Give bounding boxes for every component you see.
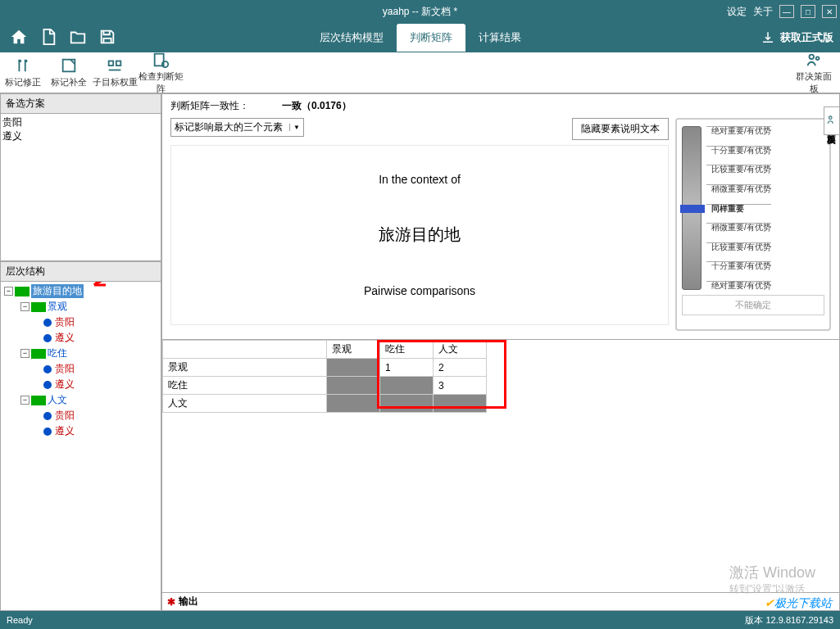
tree-criterion[interactable]: 人文: [48, 393, 67, 407]
influence-dropdown[interactable]: 标记影响最大的三个元素 ▼: [170, 118, 304, 137]
matrix-row-header: 人文: [163, 395, 327, 413]
matrix-cell[interactable]: 3: [434, 377, 487, 395]
tab-hierarchy-model[interactable]: 层次结构模型: [306, 24, 397, 52]
context-goal: 旅游目的地: [179, 224, 660, 246]
output-label: 输出: [179, 595, 198, 609]
pairwise-matrix: 景观 吃住 人文 景观 1 2 吃住 3: [162, 340, 815, 413]
get-formal-button[interactable]: 获取正式版: [761, 30, 840, 45]
tree-leaf[interactable]: 贵阳: [55, 362, 75, 376]
status-version: 版本 12.9.8167.29143: [745, 614, 833, 627]
output-bar[interactable]: ✱ 输出: [162, 592, 839, 610]
save-icon[interactable]: [98, 28, 116, 48]
matrix-cell[interactable]: 1: [380, 359, 434, 377]
group-decision-button[interactable]: 群决策面板: [794, 51, 840, 95]
tree-toggle-icon[interactable]: −: [20, 302, 30, 311]
alternative-item[interactable]: 遵义: [2, 129, 159, 143]
scale-label[interactable]: 绝对重要/有优势: [706, 281, 771, 290]
alternatives-panel-title: 备选方案: [0, 93, 161, 114]
scale-label[interactable]: 十分重要/有优势: [706, 146, 771, 155]
matrix-area: 景观 吃住 人文 景观 1 2 吃住 3: [162, 339, 839, 592]
hide-description-button[interactable]: 隐藏要素说明文本: [572, 118, 669, 140]
context-line1: In the context of: [179, 173, 660, 186]
uncertain-button[interactable]: 不能确定: [682, 295, 824, 315]
consistency-row: 判断矩阵一致性： 一致（0.0176）: [162, 94, 839, 118]
minimize-button[interactable]: —: [779, 5, 794, 18]
check-matrix-button[interactable]: 检查判断矩阵: [138, 51, 184, 95]
context-panel: In the context of 旅游目的地 Pairwise compari…: [170, 145, 669, 325]
tree-leaf[interactable]: 贵阳: [55, 409, 75, 423]
tree-leaf[interactable]: 遵义: [55, 378, 75, 391]
scale-slider[interactable]: [682, 126, 702, 290]
scale-label[interactable]: 绝对重要/有优势: [706, 126, 771, 135]
matrix-cell[interactable]: 2: [434, 359, 487, 377]
tree-leaf[interactable]: 遵义: [55, 331, 75, 345]
matrix-row-header: 吃住: [163, 377, 327, 395]
dot-icon: [43, 412, 52, 420]
tab-judgment-matrix[interactable]: 判断矩阵: [397, 24, 465, 52]
maximize-button[interactable]: □: [801, 5, 815, 18]
context-line2: Pairwise comparisons: [179, 284, 660, 297]
titlebar: yaahp -- 新文档 * 设定 关于 — □ ✕: [0, 0, 840, 23]
hierarchy-panel-title: 层次结构: [0, 261, 161, 282]
tree-leaf[interactable]: 贵阳: [55, 315, 75, 329]
tree-criterion[interactable]: 吃住: [48, 346, 67, 360]
tree-toggle-icon[interactable]: −: [4, 287, 13, 296]
matrix-corner: [163, 341, 327, 359]
statusbar: Ready 版本 12.9.8167.29143: [0, 611, 840, 629]
tree-criterion[interactable]: 景观: [48, 300, 67, 314]
menubar: 层次结构模型 判断矩阵 计算结果 获取正式版: [0, 23, 840, 52]
matrix-cell-diag: [380, 377, 434, 395]
tree-leaf[interactable]: 遵义: [55, 424, 75, 438]
dot-icon: [43, 334, 52, 342]
alternatives-list: 贵阳 遵义: [0, 114, 161, 261]
close-button[interactable]: ✕: [822, 5, 837, 18]
subgoal-weight-button[interactable]: 子目标权重: [92, 57, 138, 88]
side-tab-group-decision[interactable]: 群决策面板: [824, 106, 840, 135]
chevron-down-icon: ▼: [289, 124, 300, 131]
toolbar: 标记修正 标记补全 子目标权重 检查判断矩阵 群决策面板: [0, 52, 840, 93]
grid-icon: [31, 396, 46, 405]
mark-correct-button[interactable]: 标记修正: [0, 57, 46, 88]
new-file-icon[interactable]: [39, 28, 57, 48]
open-folder-icon[interactable]: [69, 28, 87, 48]
tree-toggle-icon[interactable]: −: [20, 349, 30, 358]
alternative-item[interactable]: 贵阳: [2, 115, 159, 129]
mark-complete-button[interactable]: 标记补全: [46, 57, 92, 88]
scale-label[interactable]: 稍微重要/有优势: [706, 223, 771, 232]
matrix-cell-diag: [434, 395, 487, 413]
svg-point-9: [829, 116, 833, 120]
scale-label-center[interactable]: 同样重要: [706, 204, 771, 213]
tab-results[interactable]: 计算结果: [465, 24, 534, 52]
scale-label[interactable]: 十分重要/有优势: [706, 261, 771, 270]
scale-label[interactable]: 比较重要/有优势: [706, 242, 771, 251]
dot-icon: [43, 428, 52, 436]
matrix-col-header: 人文: [434, 341, 487, 359]
scale-label[interactable]: 比较重要/有优势: [706, 165, 771, 174]
tree-toggle-icon[interactable]: −: [20, 396, 30, 405]
svg-rect-4: [116, 61, 121, 66]
matrix-cell-lower: [327, 395, 380, 413]
svg-point-7: [810, 54, 815, 59]
hierarchy-tree: −旅游目的地 −景观 贵阳 遵义 −吃住 贵阳 遵义 −人文 贵阳 遵义: [0, 282, 161, 611]
scale-label[interactable]: 稍微重要/有优势: [706, 184, 771, 193]
consistency-value: 一致（0.0176）: [282, 99, 352, 113]
dot-icon: [43, 365, 52, 373]
matrix-cell-lower: [380, 395, 434, 413]
consistency-label: 判断矩阵一致性：: [170, 99, 249, 113]
grid-icon: [31, 349, 46, 359]
scale-marker[interactable]: [680, 205, 705, 213]
matrix-row-header: 景观: [163, 359, 327, 377]
about-link[interactable]: 关于: [753, 5, 773, 19]
gear-icon: ✱: [167, 596, 175, 608]
dot-icon: [43, 319, 52, 327]
matrix-cell-diag: [327, 359, 380, 377]
status-ready: Ready: [7, 615, 33, 625]
home-icon[interactable]: [10, 28, 28, 48]
tree-root[interactable]: 旅游目的地: [31, 284, 84, 298]
dot-icon: [43, 381, 52, 389]
window-title: yaahp -- 新文档 *: [383, 5, 457, 19]
matrix-cell-lower: [327, 377, 380, 395]
svg-rect-3: [109, 61, 114, 66]
settings-link[interactable]: 设定: [727, 5, 747, 19]
matrix-col-header: 吃住: [380, 341, 434, 359]
